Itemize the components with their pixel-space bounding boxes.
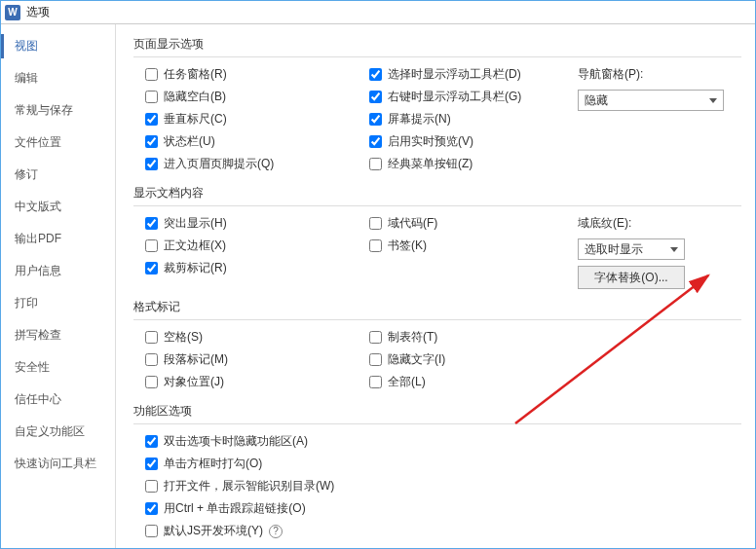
checkbox[interactable] <box>145 68 158 81</box>
checkbox[interactable] <box>369 68 382 81</box>
checkbox[interactable] <box>145 480 158 493</box>
checkbox[interactable] <box>145 91 158 103</box>
sidebar-item[interactable]: 拼写检查 <box>1 319 115 351</box>
checkbox-option[interactable]: 用Ctrl + 单击跟踪超链接(O) <box>133 497 741 520</box>
checkbox-option[interactable]: 右键时显示浮动工具栏(G) <box>358 86 572 108</box>
field-shading-select[interactable]: 选取时显示 <box>578 238 685 260</box>
checkbox-option[interactable]: 屏幕提示(N) <box>358 108 572 130</box>
checkbox[interactable] <box>369 135 382 148</box>
section-format-marks: 格式标记 空格(S)段落标记(M)对象位置(J) 制表符(T)隐藏文字(I)全部… <box>133 295 741 393</box>
checkbox[interactable] <box>145 435 158 448</box>
sidebar: 视图编辑常规与保存文件位置修订中文版式输出PDF用户信息打印拼写检查安全性信任中… <box>1 24 116 548</box>
checkbox-option[interactable]: 垂直标尺(C) <box>133 108 358 130</box>
select-value: 选取时显示 <box>585 241 643 258</box>
section-title: 显示文档内容 <box>133 181 741 206</box>
checkbox[interactable] <box>145 376 158 388</box>
sidebar-item[interactable]: 安全性 <box>1 351 115 384</box>
checkbox-label: 域代码(F) <box>388 215 437 232</box>
sidebar-item[interactable]: 快速访问工具栏 <box>1 448 115 480</box>
sidebar-item[interactable]: 用户信息 <box>1 255 115 287</box>
checkbox-option[interactable]: 打开文件，展示智能识别目录(W) <box>133 475 741 497</box>
checkbox[interactable] <box>145 331 158 344</box>
section-title: 功能区选项 <box>133 399 741 424</box>
field-shading-label: 域底纹(E): <box>572 212 741 235</box>
section-page-display: 页面显示选项 任务窗格(R)隐藏空白(B)垂直标尺(C)状态栏(U)进入页眉页脚… <box>133 32 741 175</box>
checkbox[interactable] <box>369 113 382 126</box>
sidebar-item-label: 修订 <box>15 167 38 181</box>
main: 视图编辑常规与保存文件位置修订中文版式输出PDF用户信息打印拼写检查安全性信任中… <box>1 24 755 548</box>
sidebar-item[interactable]: 常规与保存 <box>1 94 115 127</box>
sidebar-item-label: 信任中心 <box>15 392 61 406</box>
checkbox[interactable] <box>369 158 382 170</box>
checkbox-option[interactable]: 隐藏空白(B) <box>133 86 358 108</box>
checkbox-option[interactable]: 状态栏(U) <box>133 130 358 153</box>
checkbox[interactable] <box>145 135 158 148</box>
checkbox[interactable] <box>145 353 158 366</box>
sidebar-item[interactable]: 打印 <box>1 287 115 319</box>
checkbox[interactable] <box>145 458 158 470</box>
font-substitution-button[interactable]: 字体替换(O)... <box>578 266 685 289</box>
checkbox-label: 空格(S) <box>164 329 203 346</box>
checkbox-option[interactable]: 裁剪标记(R) <box>133 257 358 279</box>
checkbox-option[interactable]: 段落标记(M) <box>133 348 358 371</box>
checkbox[interactable] <box>145 525 158 537</box>
sidebar-item[interactable]: 编辑 <box>1 62 115 94</box>
checkbox-option[interactable]: 书签(K) <box>358 235 572 257</box>
sidebar-item[interactable]: 视图 <box>1 30 115 62</box>
checkbox-label: 正文边框(X) <box>164 238 226 254</box>
sidebar-item[interactable]: 修订 <box>1 159 115 191</box>
checkbox[interactable] <box>369 239 382 252</box>
checkbox[interactable] <box>145 113 158 126</box>
help-icon[interactable]: ? <box>269 525 283 538</box>
checkbox-label: 垂直标尺(C) <box>164 111 227 128</box>
checkbox[interactable] <box>369 353 382 366</box>
checkbox-option[interactable]: 经典菜单按钮(Z) <box>358 153 572 175</box>
sidebar-item[interactable]: 自定义功能区 <box>1 416 115 448</box>
checkbox[interactable] <box>369 376 382 388</box>
section-doc-content: 显示文档内容 突出显示(H)正文边框(X)裁剪标记(R) 域代码(F)书签(K)… <box>133 181 741 289</box>
titlebar: W 选项 <box>1 1 755 24</box>
checkbox-label: 全部(L) <box>388 374 426 390</box>
row: 任务窗格(R)隐藏空白(B)垂直标尺(C)状态栏(U)进入页眉页脚提示(Q) 选… <box>133 63 741 175</box>
checkbox[interactable] <box>145 502 158 515</box>
checkbox-label: 书签(K) <box>388 238 427 254</box>
section-title: 格式标记 <box>133 295 741 320</box>
checkbox-option[interactable]: 任务窗格(R) <box>133 63 358 86</box>
select-value: 隐藏 <box>585 92 608 109</box>
checkbox-option[interactable]: 双击选项卡时隐藏功能区(A) <box>133 430 741 453</box>
checkbox[interactable] <box>145 158 158 170</box>
sidebar-item-label: 编辑 <box>15 71 38 85</box>
checkbox[interactable] <box>145 262 158 274</box>
chevron-down-icon <box>670 247 678 252</box>
sidebar-item-label: 常规与保存 <box>15 103 73 117</box>
checkbox-label: 突出显示(H) <box>164 215 227 232</box>
col-left: 突出显示(H)正文边框(X)裁剪标记(R) <box>133 212 358 289</box>
checkbox[interactable] <box>369 217 382 230</box>
checkbox[interactable] <box>145 217 158 230</box>
checkbox-option[interactable]: 正文边框(X) <box>133 235 358 257</box>
sidebar-item[interactable]: 信任中心 <box>1 384 115 416</box>
checkbox[interactable] <box>369 91 382 103</box>
checkbox-option[interactable]: 选择时显示浮动工具栏(D) <box>358 63 572 86</box>
checkbox-option[interactable]: 空格(S) <box>133 326 358 348</box>
nav-pane-select[interactable]: 隐藏 <box>578 90 724 111</box>
sidebar-item-label: 安全性 <box>15 360 50 374</box>
checkbox-option[interactable]: 对象位置(J) <box>133 371 358 393</box>
sidebar-item[interactable]: 中文版式 <box>1 191 115 223</box>
checkbox-option[interactable]: 制表符(T) <box>358 326 572 348</box>
checkbox-option[interactable]: 单击方框时打勾(O) <box>133 453 741 475</box>
checkbox-option[interactable]: 域代码(F) <box>358 212 572 235</box>
sidebar-item[interactable]: 输出PDF <box>1 223 115 255</box>
checkbox-option[interactable]: 默认JS开发环境(Y)? <box>133 520 741 542</box>
checkbox[interactable] <box>369 331 382 344</box>
checkbox[interactable] <box>145 239 158 252</box>
col-mid: 制表符(T)隐藏文字(I)全部(L) <box>358 326 572 393</box>
checkbox-option[interactable]: 启用实时预览(V) <box>358 130 572 153</box>
checkbox-option[interactable]: 全部(L) <box>358 371 572 393</box>
checkbox-option[interactable]: 突出显示(H) <box>133 212 358 235</box>
sidebar-item-label: 输出PDF <box>15 232 61 245</box>
checkbox-option[interactable]: 进入页眉页脚提示(Q) <box>133 153 358 175</box>
sidebar-item-label: 打印 <box>15 296 38 310</box>
checkbox-option[interactable]: 隐藏文字(I) <box>358 348 572 371</box>
sidebar-item[interactable]: 文件位置 <box>1 127 115 159</box>
